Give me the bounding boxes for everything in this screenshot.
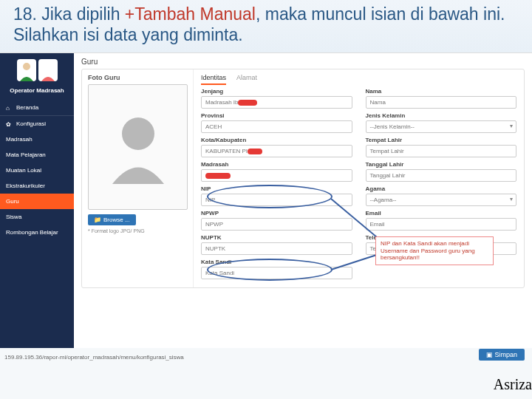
app-window: Operator Madrasah ⌂Beranda ✿Konfigurasi …: [0, 52, 532, 348]
photo-column: Foto Guru 📁Browse ... * Format logo JPG/…: [82, 69, 193, 287]
tgllahir-input[interactable]: Tanggal Lahir: [366, 169, 517, 182]
email-label: Email: [366, 210, 517, 216]
tempatlahir-label: Tempat Lahir: [366, 137, 517, 143]
provinsi-label: Provinsi: [201, 112, 352, 119]
provinsi-input[interactable]: ACEH: [201, 120, 352, 133]
instruction-text: 18. Jika dipilih +Tambah Manual, maka mu…: [0, 0, 532, 52]
annotation-note: NIP dan Kata Sandi akan menjadi Username…: [375, 236, 494, 265]
sidebar-item-guru[interactable]: Guru: [0, 194, 74, 209]
nuptk-input[interactable]: NUPTK: [201, 242, 352, 255]
main-content: Guru Foto Guru 📁Browse ... * Format logo…: [74, 53, 532, 348]
nama-input[interactable]: Nama: [366, 96, 517, 109]
sidebar-item-beranda[interactable]: ⌂Beranda: [0, 100, 74, 116]
browse-button[interactable]: 📁Browse ...: [88, 214, 136, 225]
avatar-placeholder: [88, 84, 188, 210]
sidebar-item-rombel[interactable]: Rombongan Belajar: [0, 225, 74, 240]
gear-icon: ✿: [6, 121, 12, 127]
jk-label: Jenis Kelamin: [366, 112, 517, 119]
svg-point-4: [122, 117, 154, 150]
kabupaten-input[interactable]: KABUPATEN PI: [201, 145, 352, 157]
sidebar-item-madrasah[interactable]: Madrasah: [0, 132, 74, 147]
jk-select[interactable]: --Jenis Kelamin--: [366, 120, 517, 133]
save-button[interactable]: ▣ Simpan: [479, 349, 525, 361]
author-name: Asriza: [494, 376, 532, 393]
katasandi-label: Kata Sandi: [201, 259, 352, 265]
agama-label: Agama: [366, 185, 517, 192]
sidebar-item-mulok[interactable]: Muatan Lokal: [0, 163, 74, 178]
nama-label: Nama: [366, 88, 517, 95]
sidebar-item-konfigurasi[interactable]: ✿Konfigurasi: [0, 116, 74, 132]
sidebar-item-ekskul[interactable]: Ekstrakurikuler: [0, 178, 74, 194]
jenjang-input[interactable]: Madrasah Ib: [201, 96, 352, 109]
agama-select[interactable]: --Agama--: [366, 194, 517, 206]
npwp-input[interactable]: NPWP: [201, 218, 352, 231]
katasandi-input[interactable]: Kata Sandi: [201, 267, 352, 279]
svg-point-1: [23, 63, 30, 70]
email-input[interactable]: Email: [366, 218, 517, 231]
footer-url: 159.89.195.36/rapor-mi/operator_madrasah…: [4, 354, 184, 361]
sidebar: Operator Madrasah ⌂Beranda ✿Konfigurasi …: [0, 53, 74, 348]
sidebar-role: Operator Madrasah: [0, 87, 74, 100]
home-icon: ⌂: [6, 105, 12, 111]
madrasah-input[interactable]: [201, 169, 352, 182]
breadcrumb: Guru: [81, 58, 525, 66]
tab-identitas[interactable]: Identitas: [201, 74, 226, 85]
kabupaten-label: Kota/Kabupaten: [201, 137, 352, 143]
jenjang-label: Jenjang: [201, 88, 352, 95]
sidebar-avatar: [0, 53, 74, 87]
npwp-label: NPWP: [201, 210, 352, 216]
nuptk-label: NUPTK: [201, 234, 352, 241]
folder-icon: 📁: [94, 216, 101, 223]
nip-label: NIP: [201, 185, 352, 192]
tempatlahir-input[interactable]: Tempat Lahir: [366, 145, 517, 157]
left-fields: JenjangMadrasah Ib ProvinsiACEH Kota/Kab…: [201, 88, 352, 283]
nip-input[interactable]: NIP: [201, 194, 352, 206]
photo-label: Foto Guru: [88, 74, 187, 81]
sidebar-item-mapel[interactable]: Mata Pelajaran: [0, 147, 74, 163]
tgllahir-label: Tanggal Lahir: [366, 161, 517, 168]
sidebar-item-siswa[interactable]: Siswa: [0, 209, 74, 225]
form-tabs: Identitas Alamat: [201, 74, 516, 85]
format-hint: * Format logo JPG/ PNG: [88, 228, 187, 233]
tab-alamat[interactable]: Alamat: [236, 74, 257, 85]
madrasah-label: Madrasah: [201, 161, 352, 168]
